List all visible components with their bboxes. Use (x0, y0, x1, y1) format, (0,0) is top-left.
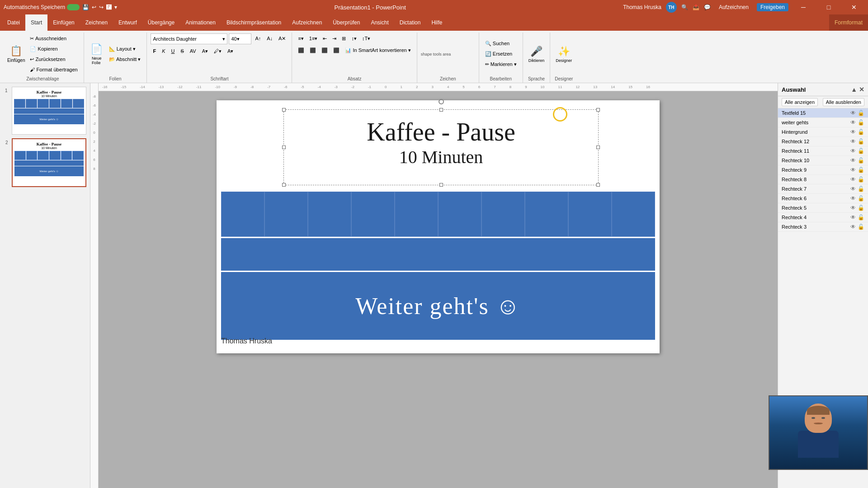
eye-icon-6[interactable]: 👁 (850, 167, 856, 173)
text-direction-btn[interactable]: ↕T▾ (360, 33, 373, 43)
decrease-indent-btn[interactable]: ⇤ (321, 33, 329, 43)
kerning-btn[interactable]: AV (188, 46, 198, 56)
einfuegen-btn[interactable]: 📋 Einfügen (5, 42, 27, 67)
tab-datei[interactable]: Datei (2, 14, 25, 31)
redo-icon[interactable]: ↪ (99, 4, 104, 10)
font-size-selector[interactable]: 40 ▾ (229, 33, 251, 44)
italic-btn[interactable]: K (160, 46, 167, 56)
align-left-btn[interactable]: ⬛ (296, 45, 307, 55)
eye-icon-7[interactable]: 👁 (850, 176, 856, 183)
lock-icon-2[interactable]: 🔓 (858, 129, 864, 135)
layout-btn[interactable]: 📐 Layout ▾ (107, 44, 143, 54)
neue-folie-btn[interactable]: 📄 NeueFolie (88, 42, 106, 67)
tab-zeichnen[interactable]: Zeichnen (80, 14, 113, 31)
rotate-handle[interactable] (439, 99, 444, 104)
selection-item-12[interactable]: Rechteck 3 👁 🔓 (778, 222, 868, 232)
kopieren-btn[interactable]: 📄 Kopieren (28, 44, 80, 54)
maximize-btn[interactable]: □ (818, 0, 839, 14)
lock-icon-9[interactable]: 🔓 (858, 195, 864, 202)
strikethrough-btn[interactable]: S (178, 46, 186, 56)
smartart-btn[interactable]: 📊 In SmartArt konvertieren ▾ (343, 45, 413, 55)
selection-item-2[interactable]: Hintergrund 👁 🔓 (778, 127, 868, 137)
ersetzen-btn[interactable]: 🔄 Ersetzen (483, 49, 519, 59)
format-uebertragen-btn[interactable]: 🖌 Format übertragen (28, 65, 80, 75)
handle-tl[interactable] (282, 108, 286, 112)
lock-icon-10[interactable]: 🔓 (858, 205, 864, 211)
selection-item-0[interactable]: Textfeld 15 👁 🔓 (778, 108, 868, 118)
markieren-btn[interactable]: ✏ Markieren ▾ (483, 60, 519, 70)
lock-icon-3[interactable]: 🔓 (858, 138, 864, 145)
panel-close-btn[interactable]: ✕ (859, 86, 864, 93)
eye-icon-10[interactable]: 👁 (850, 205, 856, 211)
eye-icon-12[interactable]: 👁 (850, 224, 856, 230)
handle-bm[interactable] (439, 183, 443, 187)
eye-icon-11[interactable]: 👁 (850, 214, 856, 221)
tab-aufzeichnen[interactable]: Aufzeichnen (287, 14, 327, 31)
minimize-btn[interactable]: ─ (793, 0, 814, 14)
tab-formformat[interactable]: Formformat (829, 14, 868, 31)
lock-icon-6[interactable]: 🔓 (858, 167, 864, 173)
underline-btn[interactable]: U (169, 46, 177, 56)
hide-all-btn[interactable]: Alle ausblenden (823, 98, 864, 106)
align-justify-btn[interactable]: ⬛ (331, 45, 342, 55)
lock-icon-7[interactable]: 🔓 (858, 176, 864, 183)
highlight-btn[interactable]: 🖊▾ (212, 46, 224, 56)
eye-icon-9[interactable]: 👁 (850, 195, 856, 202)
selection-item-3[interactable]: Rechteck 12 👁 🔓 (778, 137, 868, 146)
font-color2-btn[interactable]: A▾ (225, 46, 236, 56)
canvas-area[interactable]: Kaffee - Pause 10 Minuten (99, 91, 778, 488)
columns-btn[interactable]: ⊞ (340, 33, 348, 43)
freigeben-btn[interactable]: Freigeben (757, 3, 788, 11)
handle-tr[interactable] (596, 108, 600, 112)
lock-icon-12[interactable]: 🔓 (858, 224, 864, 230)
clear-format-btn[interactable]: A✕ (276, 33, 288, 43)
eye-icon-0[interactable]: 👁 (850, 110, 856, 116)
zuruecksetzen-btn[interactable]: ↩ Zurücksetzen (28, 54, 80, 64)
tab-entwurf[interactable]: Entwurf (113, 14, 142, 31)
tab-uebergaenge[interactable]: Übergänge (142, 14, 180, 31)
selection-item-10[interactable]: Rechteck 5 👁 🔓 (778, 203, 868, 213)
show-all-btn[interactable]: Alle anzeigen (782, 98, 818, 106)
share-icon[interactable]: 📤 (693, 4, 699, 10)
handle-br[interactable] (596, 183, 600, 187)
increase-indent-btn[interactable]: ⇥ (330, 33, 339, 43)
bold-btn[interactable]: F (151, 46, 158, 56)
tab-animationen[interactable]: Animationen (180, 14, 221, 31)
eye-icon-3[interactable]: 👁 (850, 138, 856, 145)
comments-icon[interactable]: 💬 (704, 4, 711, 10)
selection-item-6[interactable]: Rechteck 9 👁 🔓 (778, 165, 868, 175)
tab-bildschirm[interactable]: Bildschirmpräsentation (221, 14, 287, 31)
bullets-btn[interactable]: ≡▾ (296, 33, 306, 43)
diktieren-btn[interactable]: 🎤 Diktieren (527, 42, 547, 67)
designer-btn[interactable]: ✨ Designer (554, 42, 574, 67)
tab-einfuegen[interactable]: Einfügen (47, 14, 80, 31)
selection-item-8[interactable]: Rechteck 7 👁 🔓 (778, 184, 868, 194)
selection-item-7[interactable]: Rechteck 8 👁 🔓 (778, 175, 868, 184)
lock-icon-0[interactable]: 🔓 (858, 110, 864, 116)
undo-icon[interactable]: ↩ (92, 4, 96, 10)
handle-bl[interactable] (282, 183, 286, 187)
abschnitt-btn[interactable]: 📂 Abschnitt ▾ (107, 54, 143, 64)
suchen-btn[interactable]: 🔍 Suchen (483, 39, 519, 49)
tab-hilfe[interactable]: Hilfe (426, 14, 448, 31)
save-icon[interactable]: 💾 (82, 4, 89, 10)
eye-icon-5[interactable]: 👁 (850, 157, 856, 164)
more-icon[interactable]: ▾ (114, 4, 117, 10)
tab-ansicht[interactable]: Ansicht (365, 14, 394, 31)
selection-item-9[interactable]: Rechteck 6 👁 🔓 (778, 194, 868, 203)
tab-ueberpruefen[interactable]: Überprüfen (327, 14, 365, 31)
tab-dictation[interactable]: Dictation (394, 14, 426, 31)
selection-item-1[interactable]: weiter gehts 👁 🔓 (778, 118, 868, 127)
lock-icon-4[interactable]: 🔓 (858, 148, 864, 154)
font-color-btn[interactable]: A▾ (200, 46, 210, 56)
slide-thumb-2[interactable]: 2 Kaffee - Pause 10 Minuten Weiter (12, 138, 86, 187)
align-center-btn[interactable]: ⬛ (307, 45, 318, 55)
lock-icon-5[interactable]: 🔓 (858, 157, 864, 164)
numbered-btn[interactable]: 1≡▾ (307, 33, 320, 43)
font-grow-btn[interactable]: A↑ (253, 33, 263, 43)
selection-item-11[interactable]: Rechteck 4 👁 🔓 (778, 213, 868, 222)
ausschneiden-btn[interactable]: ✂ Ausschneiden (28, 33, 80, 43)
line-spacing-btn[interactable]: ↕▾ (349, 33, 359, 43)
autosave-toggle[interactable]: Automatisches Speichern (4, 4, 80, 10)
font-selector[interactable]: Architects Daughter ▾ (151, 33, 227, 44)
